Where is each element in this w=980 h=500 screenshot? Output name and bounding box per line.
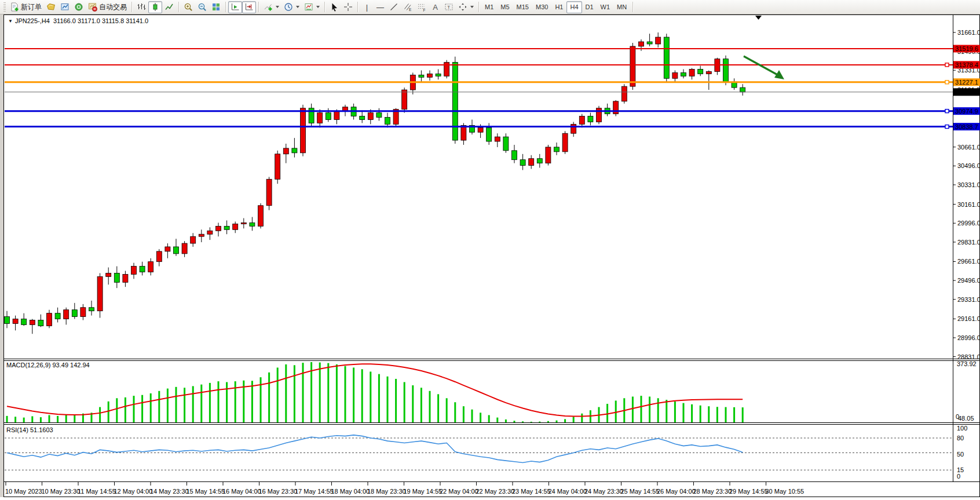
level-handle[interactable] xyxy=(945,81,949,84)
timeframe-m5-button[interactable]: M5 xyxy=(497,1,513,13)
date-label: 28 May 23:30 xyxy=(693,488,732,495)
separator xyxy=(178,2,179,12)
price-tick-label: 28996.0 xyxy=(957,334,980,341)
chart-shift-button[interactable] xyxy=(242,1,256,13)
date-label: 22 May 04:00 xyxy=(440,488,478,495)
timeframe-m15-button[interactable]: M15 xyxy=(513,1,532,13)
timeframe-h4-button[interactable]: H4 xyxy=(566,1,582,13)
macd-axis-min: 48.05 xyxy=(958,415,974,422)
clock-icon xyxy=(284,2,293,12)
timeframe-m1-button[interactable]: M1 xyxy=(481,1,497,13)
zoom-in-button[interactable] xyxy=(181,1,195,13)
chart-symbol-period: JPN225-,H4 xyxy=(15,17,50,24)
macd-axis-max: 373.92 xyxy=(957,360,977,367)
price-chart[interactable]: 31661.031496.031331.031161.030661.030496… xyxy=(0,0,980,500)
periods-button[interactable] xyxy=(281,1,302,13)
arrows-button[interactable] xyxy=(456,1,476,13)
separator xyxy=(225,2,226,12)
price-tick-label: 29661.0 xyxy=(957,258,980,265)
channel-icon: E xyxy=(403,2,412,12)
date-label: 10 May 23:30 xyxy=(42,488,81,495)
text-button[interactable]: A xyxy=(429,1,442,13)
cursor-icon xyxy=(330,2,339,12)
separator xyxy=(478,2,479,12)
level-handle[interactable] xyxy=(945,63,949,67)
date-label: 25 May 14:55 xyxy=(621,488,660,495)
date-label: 30 May 10:55 xyxy=(766,488,805,495)
date-label: 19 May 14:55 xyxy=(404,488,443,495)
timeframe-mn-button[interactable]: MN xyxy=(613,1,630,13)
separator xyxy=(324,2,325,12)
auto-trading-button[interactable]: 自动交易 xyxy=(86,1,129,13)
timeframe-m30-button[interactable]: M30 xyxy=(532,1,551,13)
bar-chart-button[interactable] xyxy=(134,1,148,13)
macd-indicator-label: MACD(12,26,9) 93.49 142.94 xyxy=(6,362,90,368)
arrows-icon xyxy=(458,2,467,12)
timeframe-d1-button[interactable]: D1 xyxy=(582,1,597,13)
price-tick-label: 29831.0 xyxy=(957,239,980,246)
zoom-out-icon xyxy=(198,2,207,12)
date-label: 11 May 14:55 xyxy=(78,488,116,495)
date-label: 29 May 14:55 xyxy=(729,488,768,495)
level-handle[interactable] xyxy=(945,110,949,113)
price-tick-label: 30496.0 xyxy=(957,162,980,169)
trendline-button[interactable] xyxy=(387,1,401,13)
indicators-button[interactable] xyxy=(261,1,281,13)
date-label: 23 May 14:55 xyxy=(512,488,551,495)
toolbar-grip[interactable] xyxy=(3,2,6,12)
auto-scroll-button[interactable] xyxy=(228,1,242,13)
vertical-line-button[interactable]: | xyxy=(360,1,374,13)
svg-text:E: E xyxy=(409,8,412,12)
text-icon: A xyxy=(433,3,438,11)
line-chart-icon xyxy=(164,2,174,12)
channel-button[interactable]: E xyxy=(401,1,415,13)
window-left-frame xyxy=(0,14,3,497)
crosshair-button[interactable] xyxy=(341,1,355,13)
caret-icon xyxy=(470,6,474,8)
date-label: 14 May 23:30 xyxy=(150,488,189,495)
vertical-line-icon: | xyxy=(366,3,368,11)
price-level-box-label: 30974.9 xyxy=(955,108,978,115)
profiles-icon xyxy=(46,2,56,12)
chart-profiles-button[interactable] xyxy=(44,1,58,13)
chevron-down-icon[interactable]: ▼ xyxy=(8,19,13,24)
chart-header: ▼JPN225-,H4 31166.0 31171.0 31115.8 3114… xyxy=(8,17,148,24)
price-level-box-label: 31378.4 xyxy=(955,61,978,68)
timeframe-h1-button[interactable]: H1 xyxy=(551,1,566,13)
tile-windows-icon xyxy=(211,2,221,12)
rsi-axis-label: 100 xyxy=(957,425,967,432)
caret-icon xyxy=(296,6,299,8)
price-tick-label: 30661.0 xyxy=(957,144,980,151)
date-label: 24 May 23:30 xyxy=(584,488,623,495)
horizontal-line-button[interactable]: — xyxy=(374,1,387,13)
tile-windows-button[interactable] xyxy=(209,1,223,13)
fibonacci-icon: F xyxy=(417,2,426,12)
fibonacci-button[interactable]: F xyxy=(415,1,429,13)
toolbar: 新订单 自动交易 xyxy=(0,0,980,14)
price-level-box-label: 31227.1 xyxy=(955,79,978,86)
macd-axis-zero: 0 xyxy=(956,413,959,420)
new-order-button[interactable]: 新订单 xyxy=(8,1,44,13)
line-chart-button[interactable] xyxy=(162,1,176,13)
templates-icon xyxy=(304,2,313,12)
date-label: 16 May 04:00 xyxy=(222,488,261,495)
templates-button[interactable] xyxy=(302,1,322,13)
level-handle[interactable] xyxy=(945,125,949,129)
indicators-icon xyxy=(264,2,273,12)
price-level-box-label: 31519.6 xyxy=(955,45,978,52)
text-label-button[interactable]: T xyxy=(442,1,456,13)
cursor-button[interactable] xyxy=(327,1,341,13)
text-label-icon: T xyxy=(444,2,454,12)
caret-icon xyxy=(316,6,320,8)
date-label: 16 May 23:30 xyxy=(259,488,298,495)
timeframe-w1-button[interactable]: W1 xyxy=(597,1,614,13)
market-watch-button[interactable] xyxy=(58,1,72,13)
rsi-axis-label: 80 xyxy=(957,435,964,441)
auto-scroll-icon xyxy=(231,2,240,12)
candlestick-chart-button[interactable] xyxy=(148,1,162,13)
new-order-icon xyxy=(10,2,19,12)
price-tick-label: 29331.0 xyxy=(957,296,980,303)
svg-text:T: T xyxy=(447,5,450,10)
navigator-button[interactable] xyxy=(72,1,86,13)
zoom-out-button[interactable] xyxy=(195,1,209,13)
